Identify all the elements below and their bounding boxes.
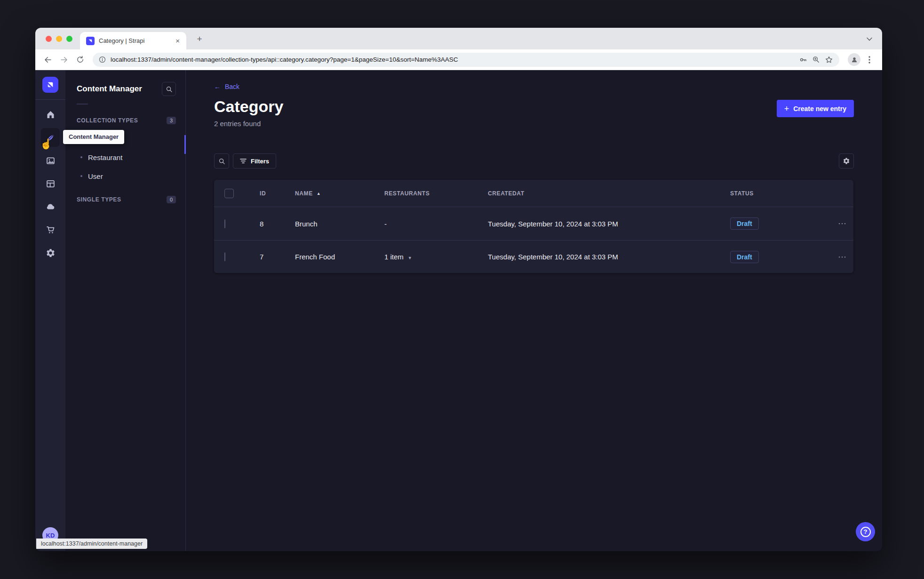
strapi-logo[interactable] xyxy=(42,77,58,93)
new-tab-button[interactable]: + xyxy=(193,33,206,45)
view-settings-gear-button[interactable] xyxy=(839,153,854,169)
bullet-icon xyxy=(80,175,82,177)
column-header-status[interactable]: STATUS xyxy=(720,190,821,197)
table-header-row: ID NAME ▲ RESTAURANTS CREATEDAT STATUS xyxy=(214,180,853,207)
column-header-createdat[interactable]: CREATEDAT xyxy=(478,190,720,197)
maximize-window-button[interactable] xyxy=(66,36,72,42)
page-title: Category xyxy=(214,97,283,116)
marketplace-cart-icon[interactable] xyxy=(41,220,60,239)
close-window-button[interactable] xyxy=(46,36,52,42)
single-types-label: SINGLE TYPES xyxy=(77,196,121,203)
browser-reload-icon[interactable] xyxy=(73,53,87,67)
sort-asc-icon: ▲ xyxy=(317,191,321,196)
select-all-checkbox[interactable] xyxy=(224,189,234,198)
subnav-item-restaurant[interactable]: Restaurant xyxy=(65,148,185,167)
create-new-entry-button[interactable]: + Create new entry xyxy=(777,100,854,117)
window-controls xyxy=(46,36,72,42)
main-content: ← Back Category 2 entries found + Create… xyxy=(186,70,882,551)
back-arrow-icon: ← xyxy=(214,83,221,90)
subnav-item-user[interactable]: User xyxy=(65,167,185,185)
browser-forward-icon[interactable] xyxy=(57,53,71,67)
browser-profile-avatar[interactable] xyxy=(848,53,860,66)
create-button-label: Create new entry xyxy=(793,105,846,113)
filter-icon xyxy=(240,158,247,164)
cell-restaurants: - xyxy=(374,220,478,228)
pointer-hand-icon: ☝ xyxy=(40,138,52,150)
row-checkbox[interactable] xyxy=(224,219,225,228)
home-icon[interactable] xyxy=(41,105,60,124)
table-row[interactable]: 7 French Food 1 item▼ Tuesday, September… xyxy=(214,240,853,273)
column-header-id[interactable]: ID xyxy=(249,190,285,197)
caret-down-icon: ▼ xyxy=(408,256,412,260)
row-more-options-icon[interactable]: ⋯ xyxy=(821,218,853,229)
help-button[interactable]: ? xyxy=(856,522,875,541)
collection-types-label: COLLECTION TYPES xyxy=(77,117,138,124)
browser-back-icon[interactable] xyxy=(41,53,55,67)
browser-tabstrip: Category | Strapi × + xyxy=(35,28,882,49)
browser-toolbar: localhost:1337/admin/content-manager/col… xyxy=(35,49,882,70)
table-row[interactable]: 8 Brunch - Tuesday, September 10, 2024 a… xyxy=(214,207,853,240)
strapi-favicon-icon xyxy=(86,37,95,45)
nav-divider xyxy=(35,99,65,100)
zoom-page-icon[interactable] xyxy=(812,56,820,64)
tab-search-chevron-icon[interactable] xyxy=(864,34,875,44)
column-header-restaurants[interactable]: RESTAURANTS xyxy=(374,190,478,197)
browser-window: Category | Strapi × + localhost:1337/adm… xyxy=(35,28,882,551)
cell-createdat: Tuesday, September 10, 2024 at 3:03 PM xyxy=(478,253,720,261)
status-badge: Draft xyxy=(730,217,759,230)
close-tab-icon[interactable]: × xyxy=(174,37,182,45)
cell-name: French Food xyxy=(285,253,374,261)
cell-id: 7 xyxy=(249,253,285,261)
subnav-item-label: Restaurant xyxy=(88,153,122,161)
bullet-icon xyxy=(80,156,82,158)
tab-title: Category | Strapi xyxy=(99,37,169,44)
page-info-icon[interactable] xyxy=(99,56,106,63)
status-badge: Draft xyxy=(730,251,759,263)
link-status-bubble: localhost:1337/admin/content-manager xyxy=(36,539,147,549)
cell-id: 8 xyxy=(249,220,285,228)
browser-tab[interactable]: Category | Strapi × xyxy=(80,32,186,49)
subnav-title: Content Manager xyxy=(77,84,142,94)
single-types-count-badge: 0 xyxy=(167,196,176,203)
plus-icon: + xyxy=(784,105,789,113)
back-link[interactable]: ← Back xyxy=(214,83,239,90)
content-type-builder-icon[interactable] xyxy=(41,174,60,193)
cell-name: Brunch xyxy=(285,220,374,228)
back-label: Back xyxy=(225,83,239,90)
settings-gear-icon[interactable] xyxy=(41,243,60,262)
filters-button[interactable]: Filters xyxy=(233,153,276,169)
column-header-name[interactable]: NAME ▲ xyxy=(285,190,374,197)
browser-menu-icon[interactable] xyxy=(862,53,876,67)
row-more-options-icon[interactable]: ⋯ xyxy=(821,252,853,262)
filters-label: Filters xyxy=(251,158,269,165)
minimize-window-button[interactable] xyxy=(56,36,62,42)
password-key-icon[interactable] xyxy=(799,56,807,64)
row-checkbox[interactable] xyxy=(224,252,225,261)
bookmark-star-icon[interactable] xyxy=(825,56,833,64)
address-bar[interactable]: localhost:1337/admin/content-manager/col… xyxy=(93,53,839,67)
cell-createdat: Tuesday, September 10, 2024 at 3:03 PM xyxy=(478,220,720,228)
media-library-icon[interactable] xyxy=(41,151,60,170)
cell-restaurants[interactable]: 1 item▼ xyxy=(374,253,478,261)
entries-table: ID NAME ▲ RESTAURANTS CREATEDAT STATUS 8… xyxy=(214,180,853,273)
strapi-app: KD Content Manager COLLECTION TYPES 3 Ca… xyxy=(35,70,882,551)
subnav-search-button[interactable] xyxy=(162,82,176,96)
subnav-divider xyxy=(77,104,88,105)
subnav-item-label: User xyxy=(88,172,103,180)
entries-count: 2 entries found xyxy=(214,120,261,128)
url-text[interactable]: localhost:1337/admin/content-manager/col… xyxy=(111,56,794,63)
cloud-icon[interactable] xyxy=(41,197,60,216)
collection-types-count-badge: 3 xyxy=(167,117,176,124)
content-manager-tooltip: Content Manager xyxy=(63,130,124,144)
help-icon: ? xyxy=(860,527,871,537)
search-entries-button[interactable] xyxy=(214,153,229,169)
